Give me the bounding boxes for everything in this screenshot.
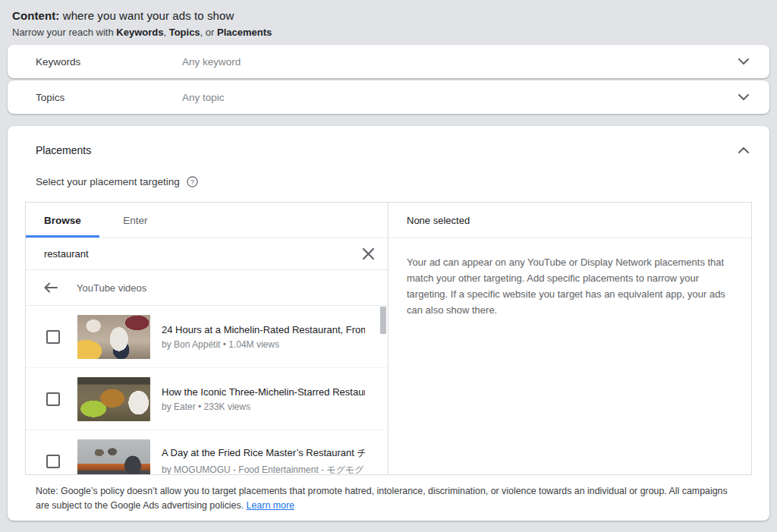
placement-search-input[interactable]	[44, 248, 363, 260]
video-thumbnail	[77, 439, 150, 475]
keywords-label: Keywords	[36, 56, 182, 68]
keywords-card: Keywords Any keyword	[8, 45, 769, 78]
placement-picker: Browse Enter YouTube videos	[25, 202, 752, 475]
help-icon[interactable]: ?	[187, 176, 198, 187]
page-title-suffix: where you want your ads to show	[59, 9, 234, 22]
svg-text:?: ?	[190, 178, 194, 186]
page-subtitle: Narrow your reach with Keywords, Topics,…	[12, 27, 765, 38]
subtitle-text: Narrow your reach with	[12, 27, 116, 38]
video-checkbox[interactable]	[46, 330, 60, 344]
video-text: 24 Hours at a Michelin-Rated Restaurant,…	[162, 324, 365, 350]
tab-enter[interactable]: Enter	[99, 203, 171, 238]
video-row[interactable]: 24 Hours at a Michelin-Rated Restaurant,…	[26, 306, 388, 368]
picker-browse-panel: Browse Enter YouTube videos	[26, 203, 388, 474]
topics-value: Any topic	[182, 92, 738, 103]
video-thumbnail	[77, 377, 150, 421]
none-selected-header: None selected	[388, 203, 751, 238]
video-thumbnail	[77, 315, 150, 359]
video-checkbox[interactable]	[46, 392, 60, 406]
page-title: Content: where you want your ads to show	[12, 9, 765, 22]
video-row[interactable]: A Day at the Fried Rice Master’s Restaur…	[26, 430, 388, 474]
placement-targeting-label: Select your placement targeting	[36, 176, 180, 187]
learn-more-link[interactable]: Learn more	[247, 500, 294, 511]
video-byline: by Eater • 233K views	[162, 401, 365, 412]
placements-title: Placements	[36, 144, 91, 156]
chevron-down-icon[interactable]	[738, 94, 749, 100]
topics-label: Topics	[36, 92, 182, 103]
subtitle-placements: Placements	[217, 27, 272, 38]
video-byline: by Bon Appétit • 1.04M views	[162, 339, 365, 350]
youtube-videos-label: YouTube videos	[77, 282, 146, 294]
topics-card: Topics Any topic	[8, 80, 769, 114]
keywords-value: Any keyword	[182, 56, 738, 68]
video-title: A Day at the Fried Rice Master’s Restaur…	[162, 446, 365, 460]
policy-note-text: Note: Google’s policy doesn’t allow you …	[36, 486, 728, 511]
video-results-list: 24 Hours at a Michelin-Rated Restaurant,…	[26, 306, 388, 474]
policy-note: Note: Google’s policy doesn’t allow you …	[8, 475, 769, 513]
video-checkbox[interactable]	[46, 455, 60, 468]
placements-header[interactable]: Placements	[8, 126, 769, 156]
picker-tabs: Browse Enter	[26, 203, 388, 238]
video-text: How the Iconic Three-Michelin-Starred Re…	[162, 386, 365, 412]
video-row[interactable]: How the Iconic Three-Michelin-Starred Re…	[26, 368, 388, 430]
back-arrow-icon[interactable]	[44, 282, 58, 293]
youtube-videos-breadcrumb: YouTube videos	[26, 270, 388, 306]
chevron-up-icon[interactable]	[738, 147, 749, 153]
topics-row[interactable]: Topics Any topic	[8, 80, 769, 114]
placements-card: Placements Select your placement targeti…	[8, 126, 769, 521]
subtitle-keywords: Keywords	[116, 27, 163, 38]
video-title: 24 Hours at a Michelin-Rated Restaurant,…	[162, 324, 365, 335]
selected-placements-panel: None selected Your ad can appear on any …	[388, 203, 751, 474]
video-title: How the Iconic Three-Michelin-Starred Re…	[162, 386, 365, 398]
video-byline: by MOGUMOGU - Food Entertainment - モグモグ …	[162, 464, 365, 475]
subtitle-sep2: , or	[200, 27, 217, 38]
chevron-down-icon[interactable]	[738, 58, 749, 65]
page-title-prefix: Content:	[12, 9, 59, 22]
subtitle-sep: ,	[163, 27, 168, 38]
page-header: Content: where you want your ads to show…	[0, 0, 777, 45]
content-targeting-page: Content: where you want your ads to show…	[0, 0, 777, 532]
subtitle-topics: Topics	[169, 27, 200, 38]
keywords-row[interactable]: Keywords Any keyword	[8, 45, 769, 78]
placement-targeting-subtitle: Select your placement targeting ?	[8, 156, 769, 187]
placement-search-row	[26, 238, 388, 270]
tab-browse[interactable]: Browse	[26, 203, 99, 238]
placements-description: Your ad can appear on any YouTube or Dis…	[388, 238, 751, 318]
video-text: A Day at the Fried Rice Master’s Restaur…	[162, 446, 365, 475]
scrollbar-thumb[interactable]	[380, 307, 386, 334]
clear-search-icon[interactable]	[363, 248, 374, 260]
